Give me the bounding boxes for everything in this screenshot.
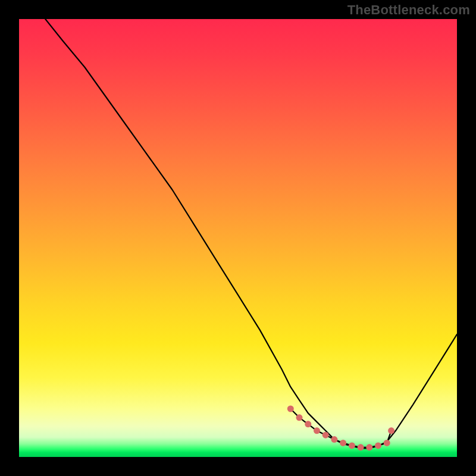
plateau-marker	[384, 440, 390, 446]
plateau-marker	[287, 406, 294, 412]
bottleneck-curve	[45, 19, 457, 448]
plateau-marker	[349, 442, 355, 449]
curve-layer	[19, 19, 457, 457]
plot-area	[19, 19, 457, 457]
plateau-marker	[366, 444, 372, 450]
plateau-markers	[287, 406, 394, 451]
plateau-marker	[358, 444, 364, 450]
plateau-marker	[375, 442, 381, 449]
plateau-marker	[331, 436, 337, 443]
plateau-marker	[314, 427, 320, 434]
plateau-marker	[388, 427, 394, 434]
watermark-text: TheBottleneck.com	[347, 2, 470, 18]
plateau-marker	[305, 421, 311, 427]
plateau-marker	[296, 414, 303, 421]
chart-root: TheBottleneck.com	[0, 0, 476, 476]
plateau-marker	[340, 440, 346, 446]
plateau-marker	[322, 432, 329, 439]
